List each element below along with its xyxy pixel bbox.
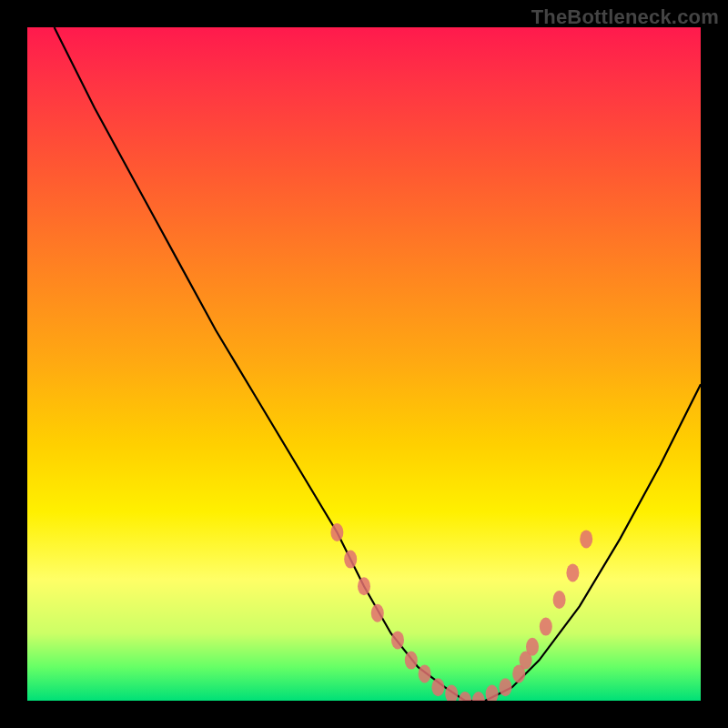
- bottleneck-curve: [55, 27, 701, 701]
- highlight-dot: [486, 685, 499, 701]
- highlight-dot: [499, 678, 511, 696]
- plot-area: [27, 27, 701, 701]
- highlight-dot: [391, 631, 404, 649]
- highlight-dot: [553, 591, 566, 609]
- highlight-dot: [330, 523, 343, 541]
- highlight-dot: [419, 664, 431, 682]
- highlight-dot: [344, 551, 357, 569]
- highlight-dot: [358, 577, 370, 595]
- highlight-dot: [526, 638, 539, 656]
- highlight-dots: [330, 523, 592, 701]
- highlight-dot: [580, 530, 592, 548]
- highlight-dot: [566, 563, 579, 581]
- chart-frame: TheBottleneck.com: [0, 0, 728, 728]
- highlight-dot: [540, 618, 552, 636]
- highlight-dot: [371, 604, 384, 622]
- highlight-dot: [405, 652, 418, 670]
- highlight-dot: [459, 692, 471, 701]
- highlight-dot: [445, 685, 458, 701]
- highlight-dot: [431, 678, 444, 696]
- curve-svg: [27, 27, 701, 701]
- watermark-text: TheBottleneck.com: [531, 5, 719, 29]
- highlight-dot: [472, 692, 485, 701]
